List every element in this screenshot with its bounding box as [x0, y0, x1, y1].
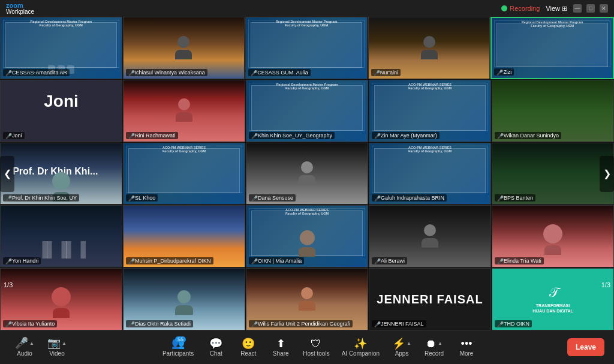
thd-logo: 𝒯 TRANSFORMASIHIJAU DAN DIGITAL: [532, 285, 573, 314]
participant-label: 🎤 CESASS GUM. Aulia: [248, 69, 311, 76]
participant-slkhoo: ACO-PM WEBINAR SERIESFaculty of Geograph…: [123, 143, 245, 205]
react-label: React: [240, 350, 256, 357]
minimize-button[interactable]: —: [573, 4, 582, 13]
mic-icon: 🎤: [497, 258, 502, 263]
app-logo: zoom Workplace: [6, 2, 34, 15]
close-button[interactable]: ✕: [600, 4, 608, 13]
participant-galuh: ACO-PM WEBINAR SERIESFaculty of Geograph…: [369, 143, 491, 205]
participant-label: 🎤 Yon Handri: [3, 257, 41, 264]
react-button[interactable]: 🙂 React: [233, 336, 263, 359]
participant-label: 🎤 OIKN | Mia Amalia: [249, 257, 304, 264]
mic-icon: 🎤: [497, 195, 502, 200]
record-icon: ⏺: [426, 338, 437, 349]
video-row-1: Regional Development Master ProgramFacul…: [0, 17, 614, 79]
participant-cessas-amandita: Regional Development Master ProgramFacul…: [0, 17, 122, 79]
participant-label: 🎤 Dana Sensuse: [249, 194, 296, 201]
participant-label: 🎤 Galuh Indraprahasta BRIN: [372, 194, 447, 201]
apps-button[interactable]: ⚡ ▲ Apps: [387, 336, 417, 359]
next-page-arrow[interactable]: ❯: [600, 156, 614, 192]
participant-prof-khinkhin: Prof. Dr Khin Khi... 🎤 Prof. Dr Khin Khi…: [0, 143, 122, 205]
participant-ichiasul: 🎤 Ichiasul Winantya Wicaksana: [123, 17, 245, 79]
share-icon: ⬆: [276, 338, 285, 349]
participant-ali: 🎤 Ali Berawi: [369, 205, 491, 267]
recording-dot: [501, 5, 507, 11]
record-label: Record: [425, 350, 444, 357]
view-button[interactable]: View ⊞: [546, 5, 567, 13]
participant-rini: 🎤 Rini Rachmawati: [123, 80, 245, 142]
participant-label: 🎤 JENNERI FAISAL: [372, 320, 426, 327]
mic-icon: 🎤: [5, 133, 10, 138]
participant-nuraini: 🎤 Nur'aini: [368, 17, 490, 79]
toolbar-left: 🎤 ▲ Audio 📷 ▲ Video: [10, 335, 72, 359]
ai-companion-icon: ✨: [354, 338, 367, 349]
audio-button[interactable]: 🎤 ▲ Audio: [10, 335, 40, 359]
participant-label: 🎤 Zin Mar Aye (Myanmar): [372, 132, 440, 139]
participant-label: 🎤 THD OIKN: [495, 320, 532, 327]
record-button[interactable]: ⏺ ▲ Record: [419, 336, 449, 359]
mic-icon: 🎤: [5, 321, 10, 326]
mic-icon: 🎤: [128, 321, 133, 326]
participant-jenneri: JENNERI FAISAL 🎤 JENNERI FAISAL: [369, 268, 491, 330]
toolbar: 🎤 ▲ Audio 📷 ▲ Video 👥 55 Participants: [0, 330, 614, 364]
participant-thd: 𝒯 TRANSFORMASIHIJAU DAN DIGITAL 🎤 THD OI…: [492, 268, 614, 330]
ai-companion-button[interactable]: ✨ AI Companion: [337, 336, 384, 359]
participant-label: 🎤 Zizi: [494, 68, 514, 76]
toolbar-right: Leave: [567, 338, 604, 356]
recording-badge: Recording: [501, 5, 540, 12]
mic-icon: 🎤: [496, 70, 501, 74]
ai-companion-label: AI Companion: [342, 350, 380, 357]
participant-label: 🎤 Vibsia Ita Yulianto: [3, 320, 57, 327]
video-row-3: Prof. Dr Khin Khi... 🎤 Prof. Dr Khin Khi…: [0, 143, 614, 205]
mic-icon: 🎤: [497, 133, 502, 138]
page-indicator-right: 1/3: [601, 281, 610, 288]
participant-elinda: 🎤 Elinda Tria Wati: [492, 205, 614, 267]
mic-icon: 🎤: [251, 258, 256, 263]
apps-label: Apps: [395, 350, 409, 357]
video-row-2: Joni 🎤 Joni 🎤 Rini Rachmawati Regional D…: [0, 80, 614, 142]
mic-icon: 🎤: [374, 258, 379, 263]
mic-icon: 🎤: [251, 70, 255, 75]
react-icon: 🙂: [242, 338, 255, 349]
video-row-4: ▐▌▐▌▐ 🎤 Yon Handri 🎤 Muhsin P_Dirbudpare…: [0, 205, 614, 267]
participant-aulia: Regional Development Master ProgramFacul…: [245, 17, 368, 79]
host-tools-icon: 🛡: [311, 338, 321, 349]
mic-icon: 🎤: [374, 195, 379, 200]
host-tools-button[interactable]: 🛡 Host tools: [298, 336, 334, 359]
mic-icon: 🎤: [251, 195, 256, 200]
participants-badge: 55: [175, 336, 186, 342]
participant-label: 🎤 Muhsin P_Dirbudparekraf OIKN: [126, 257, 213, 264]
header-bar: zoom Workplace Recording View ⊞ — □ ✕: [0, 0, 614, 17]
video-icon: 📷: [47, 337, 61, 349]
share-button[interactable]: ⬆ Share: [266, 336, 296, 359]
participant-wikan: 🎤 Wikan Danar Sunindyo: [492, 80, 614, 142]
participant-label: 🎤 Joni: [3, 132, 25, 139]
participant-label: 🎤 Rini Rachmawati: [126, 132, 178, 139]
video-button[interactable]: 📷 ▲ Video: [42, 335, 72, 359]
mic-icon: 🎤: [128, 133, 133, 138]
participant-label: 🎤 Ichiasul Winantya Wicaksana: [126, 69, 207, 76]
mic-icon: 🎤: [128, 258, 133, 263]
more-button[interactable]: ••• More: [452, 336, 481, 359]
participant-label: 🎤 Wikan Danar Sunindyo: [495, 132, 561, 139]
page-indicator-left: 1/3: [4, 281, 13, 288]
participant-zinmar: ACO-PM WEBINAR SERIESFaculty of Geograph…: [369, 80, 491, 142]
chat-button[interactable]: 💬 Chat: [201, 336, 231, 359]
mic-icon: 🎤: [374, 133, 379, 138]
participant-vibsia: 🎤 Vibsia Ita Yulianto: [0, 268, 122, 330]
maximize-button[interactable]: □: [586, 4, 595, 13]
participants-button[interactable]: 👥 55 Participants: [158, 335, 198, 359]
recording-label: Recording: [510, 5, 540, 12]
video-label: Video: [49, 350, 64, 357]
leave-button[interactable]: Leave: [567, 338, 604, 356]
participant-label: 🎤 Khin Khin Soe_UY_Geography: [249, 132, 335, 139]
mic-icon: 🎤: [374, 321, 379, 326]
mic-icon: 🎤: [128, 195, 133, 200]
mic-icon: 🎤: [251, 321, 256, 326]
prev-page-arrow[interactable]: ❮: [0, 156, 14, 192]
participant-yon: ▐▌▐▌▐ 🎤 Yon Handri: [0, 205, 122, 267]
participant-label: 🎤 Dias Oktri Raka Setiadi: [126, 320, 193, 327]
participant-label: 🎤 BPS Banten: [495, 194, 535, 201]
participant-bps: 🎤 BPS Banten: [492, 143, 614, 205]
audio-icon: 🎤: [15, 337, 28, 349]
audio-label: Audio: [17, 350, 32, 357]
